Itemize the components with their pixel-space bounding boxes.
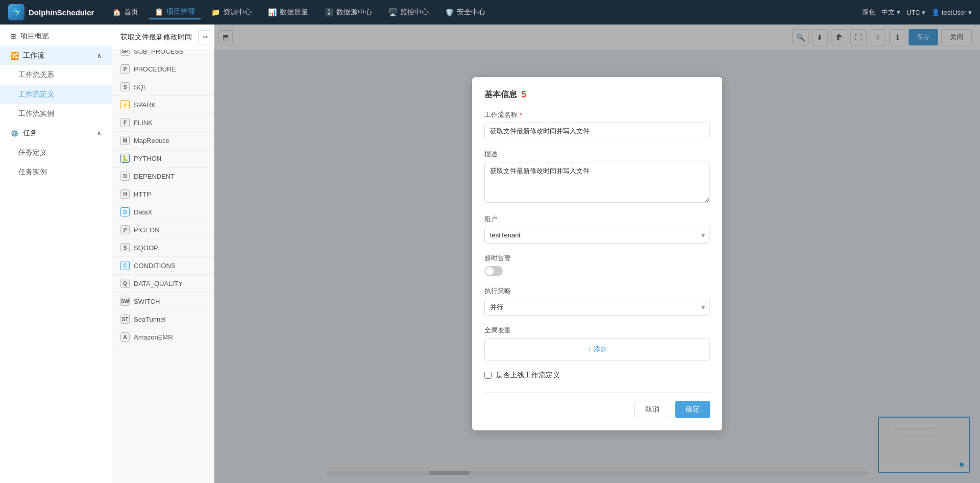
basic-info-modal: 基本信息 5 工作流名称 * — [472, 77, 722, 430]
dependent-icon: D — [120, 172, 130, 181]
tenant-select-wrapper: testTenant — [484, 227, 710, 244]
modal-overlay: 基本信息 5 工作流名称 * — [214, 25, 980, 483]
sqoop-icon: S — [120, 243, 130, 252]
task-item-pigeon[interactable]: P PIGEON — [112, 221, 214, 239]
workflow-chevron-icon: ∧ — [97, 52, 102, 59]
datasource-icon: 🗄️ — [325, 8, 333, 16]
global-var-label: 全局变量 — [484, 326, 710, 335]
workflow-name-input[interactable] — [484, 123, 710, 139]
seatunnel-icon: ST — [120, 315, 130, 324]
home-icon: 🏠 — [112, 8, 121, 16]
timezone-switcher[interactable]: UTC ▾ — [906, 9, 925, 16]
task-item-mapreduce[interactable]: M MapReduce — [112, 132, 214, 150]
sidebar-item-task-instance[interactable]: 任务实例 — [0, 162, 112, 182]
sidebar-item-workflow-definition[interactable]: 工作流定义 — [0, 85, 112, 104]
overview-icon: ⊞ — [10, 32, 16, 40]
task-item-procedure[interactable]: P PROCEDURE — [112, 60, 214, 78]
task-list-scroll: S SHELL SP SUB_PROCESS P PROCEDURE S SQL — [112, 25, 214, 346]
workflow-name-label: 工作流名称 * — [484, 110, 710, 119]
exec-strategy-group: 执行策略 并行 串行等待 串行抛弃 串行优先 — [484, 286, 710, 316]
monitor-icon: 🖥️ — [388, 8, 397, 16]
description-label: 描述 — [484, 150, 710, 159]
http-icon: H — [120, 189, 130, 199]
task-item-amazonemr[interactable]: A AmazonEMR — [112, 328, 214, 346]
task-item-http[interactable]: H HTTP — [112, 185, 214, 203]
mapreduce-icon: M — [120, 136, 130, 145]
user-menu[interactable]: 👤 testUser ▾ — [932, 9, 972, 16]
nav-item-security[interactable]: 🛡️ 安全中心 — [439, 6, 492, 19]
nav-item-project[interactable]: 📋 项目管理 — [149, 5, 201, 19]
description-input[interactable]: 获取文件最新修改时间并写入文件 — [484, 162, 710, 203]
canvas-title: 获取文件最新修改时间 — [120, 33, 192, 42]
tenant-group: 租户 testTenant — [484, 214, 710, 244]
description-group: 描述 获取文件最新修改时间并写入文件 — [484, 150, 710, 204]
project-icon: 📋 — [155, 8, 163, 16]
task-icon: ⚙️ — [10, 129, 19, 137]
spark-icon: ⚡ — [120, 100, 130, 109]
pigeon-icon: P — [120, 225, 130, 234]
logo-area: 🐬 DolphinScheduler — [8, 4, 94, 20]
tenant-label: 租户 — [484, 214, 710, 224]
workspace: 获取文件最新修改时间 ✏ ⬒ 🔍 ⬇ 🗑 ⛶ ⊤ ℹ 保存 关闭 — [112, 25, 980, 483]
theme-switcher[interactable]: 深色 — [862, 8, 875, 17]
tenant-select[interactable]: testTenant — [484, 227, 710, 244]
task-item-sqoop[interactable]: S SQOOP — [112, 239, 214, 257]
timeout-alert-toggle[interactable] — [484, 266, 710, 276]
task-item-switch[interactable]: SW SWITCH — [112, 293, 214, 310]
amazonemr-icon: A — [120, 332, 130, 342]
main-layout: ⊞ 项目概览 🔀 工作流 ∧ 工作流关系 工作流定义 工作流实例 ⚙️ 任务 ∧ — [0, 25, 980, 483]
task-item-dataquality[interactable]: Q DATA_QUALITY — [112, 275, 214, 293]
nav-item-home[interactable]: 🏠 首页 — [106, 6, 144, 19]
timeout-alert-label: 超时告警 — [484, 254, 710, 263]
cancel-button[interactable]: 取消 — [634, 401, 670, 418]
task-item-python[interactable]: 🐍 PYTHON — [112, 150, 214, 167]
flink-icon: F — [120, 118, 130, 127]
modal-header: 基本信息 5 — [484, 89, 710, 100]
sidebar-section-main: ⊞ 项目概览 🔀 工作流 ∧ 工作流关系 工作流定义 工作流实例 ⚙️ 任务 ∧ — [0, 25, 112, 184]
nav-item-dataquality[interactable]: 📊 数据质量 — [262, 6, 314, 19]
sidebar-item-workflow-parent[interactable]: 🔀 工作流 ∧ — [0, 46, 112, 65]
required-mark: * — [520, 111, 522, 119]
dataquality-icon: 📊 — [268, 8, 277, 16]
sidebar-item-workflow-relation[interactable]: 工作流关系 — [0, 65, 112, 85]
task-item-conditions[interactable]: C CONDITIONS — [112, 257, 214, 275]
nav-item-datasource[interactable]: 🗄️ 数据源中心 — [318, 6, 378, 19]
online-checkbox[interactable] — [484, 372, 492, 379]
nav-item-monitor[interactable]: 🖥️ 监控中心 — [382, 6, 435, 19]
sidebar-item-task-definition[interactable]: 任务定义 — [0, 143, 112, 162]
sidebar: ⊞ 项目概览 🔀 工作流 ∧ 工作流关系 工作流定义 工作流实例 ⚙️ 任务 ∧ — [0, 25, 112, 483]
online-checkbox-group: 是否上线工作流定义 — [484, 371, 710, 380]
sidebar-item-workflow-instance[interactable]: 工作流实例 — [0, 104, 112, 124]
nav-item-resource[interactable]: 📁 资源中心 — [205, 6, 258, 19]
modal-footer: 取消 确定 — [484, 392, 710, 418]
task-item-flink[interactable]: F FLINK — [112, 114, 214, 132]
task-item-dependent[interactable]: D DEPENDENT — [112, 167, 214, 185]
task-chevron-icon: ∧ — [97, 130, 102, 137]
exec-strategy-label: 执行策略 — [484, 286, 710, 296]
exec-strategy-select[interactable]: 并行 串行等待 串行抛弃 串行优先 — [484, 299, 710, 316]
dataquality-icon: Q — [120, 279, 130, 288]
task-item-spark[interactable]: ⚡ SPARK — [112, 96, 214, 114]
sidebar-item-project-overview[interactable]: ⊞ 项目概览 — [0, 27, 112, 46]
security-icon: 🛡️ — [445, 8, 454, 16]
task-panel: S SHELL SP SUB_PROCESS P PROCEDURE S SQL — [112, 25, 214, 483]
app-name: DolphinScheduler — [29, 8, 94, 17]
toggle-control[interactable] — [484, 266, 503, 276]
add-var-button[interactable]: + 添加 — [587, 345, 606, 354]
global-var-area: + 添加 — [484, 338, 710, 360]
nav-right-area: 深色 中文 ▾ UTC ▾ 👤 testUser ▾ — [862, 8, 972, 17]
modal-title: 基本信息 — [484, 89, 517, 100]
workspace-body: S SHELL SP SUB_PROCESS P PROCEDURE S SQL — [112, 25, 980, 483]
confirm-button[interactable]: 确定 — [675, 401, 710, 418]
python-icon: 🐍 — [120, 154, 130, 163]
conditions-icon: C — [120, 261, 130, 270]
workflow-name-group: 工作流名称 * — [484, 110, 710, 139]
lang-switcher[interactable]: 中文 ▾ — [881, 8, 900, 17]
switch-icon: SW — [120, 297, 130, 306]
task-item-seatunnel[interactable]: ST SeaTunnel — [112, 310, 214, 328]
task-item-datax[interactable]: D DataX — [112, 203, 214, 221]
canvas-edit-btn[interactable]: ✏ — [198, 30, 212, 44]
sidebar-item-task-parent[interactable]: ⚙️ 任务 ∧ — [0, 124, 112, 143]
top-navigation: 🐬 DolphinScheduler 🏠 首页 📋 项目管理 📁 资源中心 📊 … — [0, 0, 980, 25]
task-item-sql[interactable]: S SQL — [112, 78, 214, 96]
